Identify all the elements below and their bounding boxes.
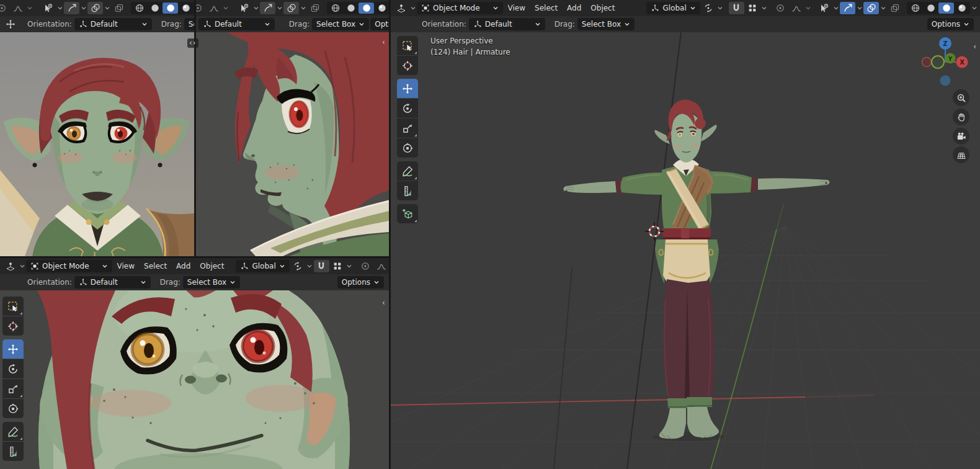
shading-wireframe-button[interactable] <box>907 2 923 14</box>
options-dropdown[interactable]: Options <box>927 18 974 30</box>
orientation-dropdown[interactable]: Default <box>198 18 275 30</box>
shading-solid-button[interactable] <box>923 2 938 14</box>
object-visibility-dropdown[interactable] <box>252 2 259 14</box>
options-dropdown[interactable]: Options <box>337 276 384 288</box>
falloff-button[interactable] <box>374 260 389 272</box>
snap-settings-dropdown[interactable] <box>346 260 353 272</box>
tool-scale[interactable] <box>397 118 418 138</box>
show-overlays-button[interactable] <box>87 2 103 14</box>
shading-wireframe-button[interactable] <box>327 2 343 14</box>
viewport-3d-area[interactable] <box>0 290 389 469</box>
drag-dropdown[interactable]: Select Box <box>312 18 369 30</box>
overlays-dropdown[interactable] <box>300 2 306 14</box>
shading-rendered-button[interactable] <box>954 2 969 14</box>
sidebar-toggle[interactable]: ‹ <box>380 38 388 47</box>
camera-view-button[interactable] <box>953 128 969 145</box>
shading-solid-button[interactable] <box>147 2 163 14</box>
menu-add[interactable]: Add <box>172 262 195 270</box>
editor-type-button[interactable] <box>393 2 409 14</box>
axis-neg-x-handle[interactable] <box>922 58 932 67</box>
tool-annotate[interactable] <box>397 161 418 181</box>
gizmo-dropdown[interactable] <box>80 2 87 14</box>
falloff-button[interactable] <box>10 2 25 14</box>
object-visibility-button[interactable] <box>236 2 252 14</box>
falloff-dropdown[interactable] <box>222 2 229 14</box>
proportional-editing-button[interactable] <box>773 2 788 14</box>
proportional-editing-button[interactable] <box>358 260 373 272</box>
snap-settings-dropdown[interactable] <box>761 2 768 14</box>
orientation-dropdown[interactable]: Default <box>74 18 152 30</box>
menu-select[interactable]: Select <box>140 262 171 270</box>
shading-material-button[interactable] <box>359 2 374 14</box>
drag-dropdown[interactable]: Select Box <box>184 18 194 30</box>
show-gizmo-button[interactable] <box>64 2 79 14</box>
tool-measure[interactable] <box>2 442 24 461</box>
shading-dropdown[interactable] <box>971 2 978 14</box>
region-split-toggle[interactable]: ‹› <box>187 38 198 48</box>
pivot-point-button[interactable] <box>290 260 306 272</box>
menu-view[interactable]: View <box>113 262 139 270</box>
viewport-3d-area[interactable] <box>196 32 389 256</box>
pivot-point-button[interactable] <box>701 2 716 14</box>
snap-toggle-button[interactable] <box>314 260 329 272</box>
drag-dropdown[interactable]: Select Box <box>183 276 240 288</box>
viewport-3d-area[interactable] <box>0 32 194 256</box>
menu-object[interactable]: Object <box>195 262 228 270</box>
proportional-editing-button[interactable] <box>0 2 9 14</box>
gizmo-dropdown[interactable] <box>276 2 283 14</box>
tool-transform[interactable] <box>2 399 24 418</box>
tool-move[interactable] <box>397 79 418 98</box>
shading-material-button[interactable] <box>938 2 954 14</box>
mode-dropdown[interactable]: Object Mode <box>26 260 112 272</box>
object-visibility-button[interactable] <box>816 2 832 14</box>
toggle-xray-button[interactable] <box>887 2 902 14</box>
tool-select-box[interactable] <box>2 297 24 316</box>
axis-neg-y-handle[interactable] <box>932 56 944 68</box>
transform-orientation-dropdown[interactable]: Global <box>236 260 289 272</box>
gizmo-dropdown[interactable] <box>856 2 863 14</box>
shading-material-button[interactable] <box>163 2 178 14</box>
pan-button[interactable] <box>953 109 969 125</box>
sidebar-toggle[interactable]: ‹ <box>380 298 388 308</box>
show-overlays-button[interactable] <box>283 2 299 14</box>
viewport-3d-area[interactable]: User Perspective (124) Hair | Armature <box>391 32 980 469</box>
menu-select[interactable]: Select <box>530 4 562 12</box>
orientation-dropdown[interactable]: Default <box>74 276 151 288</box>
snap-settings-button[interactable] <box>745 2 760 14</box>
object-visibility-button[interactable] <box>40 2 56 14</box>
tool-measure[interactable] <box>397 181 418 200</box>
tool-scale[interactable] <box>2 379 24 398</box>
shading-solid-button[interactable] <box>343 2 359 14</box>
editor-type-button[interactable] <box>2 260 18 272</box>
show-gizmo-button[interactable] <box>840 2 855 14</box>
tool-move[interactable] <box>2 339 24 359</box>
snap-settings-button[interactable] <box>330 260 345 272</box>
options-dropdown[interactable]: Options <box>370 18 389 30</box>
falloff-dropdown[interactable] <box>805 2 812 14</box>
snap-toggle-button[interactable] <box>729 2 744 14</box>
tool-transform[interactable] <box>397 138 418 158</box>
falloff-button[interactable] <box>789 2 804 14</box>
tool-cursor[interactable] <box>2 316 24 336</box>
falloff-dropdown[interactable] <box>26 2 33 14</box>
menu-object[interactable]: Object <box>586 4 619 12</box>
sidebar-toggle[interactable]: ‹ <box>971 42 979 51</box>
axis-neg-z-handle[interactable] <box>940 76 951 86</box>
toggle-xray-button[interactable] <box>111 2 127 14</box>
zoom-button[interactable] <box>953 89 969 106</box>
menu-add[interactable]: Add <box>563 4 586 12</box>
tool-cursor[interactable] <box>397 56 418 75</box>
tool-add-cube[interactable] <box>397 204 418 223</box>
editor-type-dropdown[interactable] <box>409 2 416 14</box>
pivot-point-dropdown[interactable] <box>306 260 313 272</box>
object-visibility-dropdown[interactable] <box>832 2 839 14</box>
shading-wireframe-button[interactable] <box>131 2 147 14</box>
editor-type-dropdown[interactable] <box>19 260 25 272</box>
show-overlays-button[interactable] <box>863 2 879 14</box>
shading-rendered-button[interactable] <box>374 2 389 14</box>
shading-rendered-button[interactable] <box>178 2 194 14</box>
active-tool-button[interactable] <box>2 18 18 30</box>
navigation-gizmo[interactable]: Z Y X <box>921 35 969 87</box>
tool-rotate[interactable] <box>2 359 24 378</box>
toggle-xray-button[interactable] <box>307 2 323 14</box>
